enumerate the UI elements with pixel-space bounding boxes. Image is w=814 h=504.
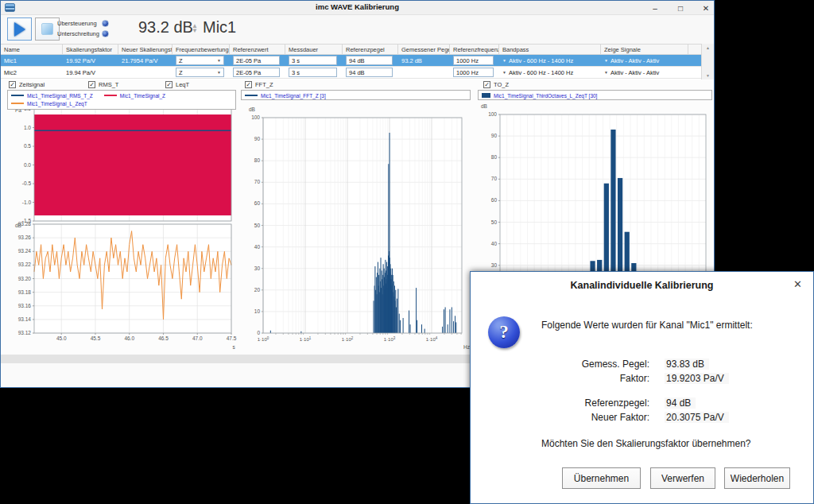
- frequenzbewertung-select[interactable]: Z▼: [176, 56, 224, 65]
- referenzpegel-input[interactable]: 94 dB: [346, 56, 393, 65]
- checkbox-Zeitsignal[interactable]: ✓Zeitsignal: [9, 81, 45, 88]
- column-header-referenzpegel[interactable]: Referenzpegel: [343, 45, 398, 54]
- legend-item: Mic1_TimeSignal_FFT_Z [3]: [245, 91, 326, 99]
- discard-button[interactable]: Verwerfen: [650, 467, 715, 489]
- column-header-bandpass[interactable]: Bandpass: [499, 45, 601, 54]
- column-header-zeige_signale[interactable]: Zeige Signale: [601, 45, 688, 54]
- svg-text:93.20: 93.20: [18, 276, 32, 281]
- column-header-gemessener_pegel[interactable]: Gemessener Pegel: [398, 45, 450, 54]
- cell-referenzfrequenz[interactable]: 1000 Hz: [450, 67, 499, 78]
- chevron-down-icon: ▼: [604, 58, 608, 63]
- level-display: 93.2 dB: [138, 18, 193, 37]
- svg-text:s: s: [232, 344, 235, 350]
- scroll-up-icon[interactable]: ▲: [702, 45, 714, 50]
- messdauer-input[interactable]: 3 s: [289, 68, 337, 77]
- legend-swatch-icon: [104, 95, 117, 96]
- checkbox-icon[interactable]: ✓: [245, 81, 252, 88]
- cell-bandpass[interactable]: ▼ Aktiv - 600 Hz - 1400 Hz: [499, 55, 601, 66]
- cell-messdauer[interactable]: 3 s: [285, 67, 343, 78]
- messdauer-input[interactable]: 3 s: [289, 56, 337, 65]
- field-label: Faktor:: [471, 373, 649, 384]
- checkbox-icon[interactable]: ✓: [165, 81, 172, 88]
- window-title: imc WAVE Kalibrierung: [1, 2, 714, 11]
- cell-frequenzbewertung[interactable]: Z▼: [172, 55, 230, 66]
- svg-text:1.0: 1.0: [24, 125, 31, 130]
- svg-text:100: 100: [251, 114, 260, 120]
- referenzpegel-input[interactable]: 94 dB: [346, 68, 393, 77]
- cell-skalierungsfaktor: 19.92 Pa/V: [63, 55, 118, 66]
- apply-button[interactable]: Übernehmen: [562, 467, 641, 489]
- chevron-down-icon: ▼: [502, 58, 506, 63]
- checkbox-icon[interactable]: ✓: [9, 81, 16, 88]
- cell-referenzwert[interactable]: 2E-05 Pa: [230, 55, 285, 66]
- cell-referenzpegel[interactable]: 94 dB: [343, 55, 398, 66]
- referenzfrequenz-input[interactable]: 1000 Hz: [453, 68, 494, 77]
- dialog-title: Kanalindividuelle Kalibrierung: [471, 280, 813, 291]
- close-icon[interactable]: ✕: [701, 4, 711, 13]
- checkbox-icon[interactable]: ✓: [88, 81, 95, 88]
- svg-text:93.22: 93.22: [18, 262, 32, 267]
- referenzwert-input[interactable]: 2E-05 Pa: [233, 68, 280, 77]
- cell-zeige_signale[interactable]: ▼ Aktiv - Aktiv - Aktiv: [601, 55, 688, 66]
- column-header-referenzwert[interactable]: Referenzwert: [230, 45, 285, 54]
- channel-spinner[interactable]: ▲▼: [190, 20, 200, 37]
- legend-swatch-icon: [11, 103, 24, 104]
- column-header-referenzfrequenz[interactable]: Referenzfrequenz: [450, 45, 499, 54]
- stop-button[interactable]: [35, 17, 60, 41]
- cell-referenzfrequenz[interactable]: 1000 Hz: [450, 55, 499, 66]
- dialog-close-icon[interactable]: ✕: [793, 278, 802, 290]
- field-value: 19.9203 Pa/V: [665, 373, 729, 384]
- dropdown-value: Aktiv - 600 Hz - 1400 Hz: [509, 57, 573, 64]
- legend-item: Mic1_TimeSignal_RMS_T_Z: [11, 91, 93, 99]
- legend-label: Mic1_TimeSignal_L_ZeqT: [27, 101, 87, 107]
- column-header-name[interactable]: Name: [1, 45, 63, 54]
- svg-text:0.5: 0.5: [24, 143, 31, 149]
- referenzfrequenz-input[interactable]: 1000 Hz: [453, 56, 494, 65]
- svg-text:45.5: 45.5: [91, 335, 101, 341]
- column-header-frequenzbewertung[interactable]: Frequenzbewertung: [172, 45, 230, 54]
- legend-swatch-icon: [245, 95, 258, 96]
- svg-text:93.12: 93.12: [18, 330, 32, 335]
- checkbox-LeqT[interactable]: ✓LeqT: [165, 81, 189, 88]
- checkbox-icon[interactable]: ✓: [483, 81, 490, 88]
- svg-text:0: 0: [257, 330, 260, 335]
- table-row-Mic1[interactable]: Mic119.92 Pa/V21.7954 Pa/VZ▼2E-05 Pa3 s9…: [1, 55, 714, 67]
- referenzwert-input[interactable]: 2E-05 Pa: [233, 56, 280, 65]
- svg-text:50: 50: [491, 219, 498, 225]
- cell-frequenzbewertung[interactable]: Z▼: [172, 67, 230, 78]
- table-row-Mic2[interactable]: Mic219.94 Pa/VZ▼2E-05 Pa3 s94 dB1000 Hz▼…: [1, 67, 714, 79]
- checkbox-TO_Z[interactable]: ✓TO_Z: [483, 81, 509, 88]
- minimize-icon[interactable]: –: [650, 4, 660, 13]
- spinner-down-icon[interactable]: ▼: [192, 29, 198, 33]
- cell-messdauer[interactable]: 3 s: [285, 55, 343, 66]
- checkbox-RMS_T[interactable]: ✓RMS_T: [88, 81, 118, 88]
- checkbox-FFT_Z[interactable]: ✓FFT_Z: [245, 81, 273, 88]
- table-scrollbar[interactable]: ▲ ▼: [701, 44, 714, 79]
- column-header-messdauer[interactable]: Messdauer: [285, 45, 343, 54]
- cell-bandpass[interactable]: ▼ Aktiv - 600 Hz - 1400 Hz: [499, 67, 601, 78]
- column-header-neuer_skalierungswert[interactable]: Neuer Skalierungsf...: [118, 45, 172, 54]
- svg-text:47.0: 47.0: [192, 335, 203, 341]
- svg-text:10: 10: [254, 308, 261, 314]
- level-indicators: Übersteuerung Unterschreitung: [57, 18, 109, 39]
- play-icon: [14, 22, 25, 37]
- help-icon: ?: [488, 316, 520, 348]
- frequenzbewertung-select[interactable]: Z▼: [176, 68, 224, 77]
- chevron-down-icon: ▼: [502, 70, 506, 75]
- cell-skalierungsfaktor: 19.94 Pa/V: [63, 67, 118, 78]
- cell-referenzpegel[interactable]: 94 dB: [343, 67, 398, 78]
- repeat-button[interactable]: Wiederholen: [724, 467, 790, 489]
- scroll-down-icon[interactable]: ▼: [702, 73, 714, 78]
- svg-text:-0.5: -0.5: [22, 180, 32, 186]
- svg-text:60: 60: [491, 197, 498, 203]
- svg-text:93.14: 93.14: [18, 316, 32, 322]
- cell-zeige_signale[interactable]: ▼ Aktiv - Aktiv - Aktiv: [601, 67, 688, 78]
- cell-referenzwert[interactable]: 2E-05 Pa: [230, 67, 285, 78]
- cell-neuer_skalierungswert: [118, 67, 172, 78]
- column-header-skalierungsfaktor[interactable]: Skalierungsfaktor: [63, 45, 118, 54]
- svg-text:45.0: 45.0: [56, 335, 67, 341]
- svg-text:dB: dB: [249, 107, 255, 112]
- maximize-icon[interactable]: □: [676, 4, 685, 13]
- start-button[interactable]: [7, 17, 32, 41]
- svg-text:90: 90: [254, 136, 261, 142]
